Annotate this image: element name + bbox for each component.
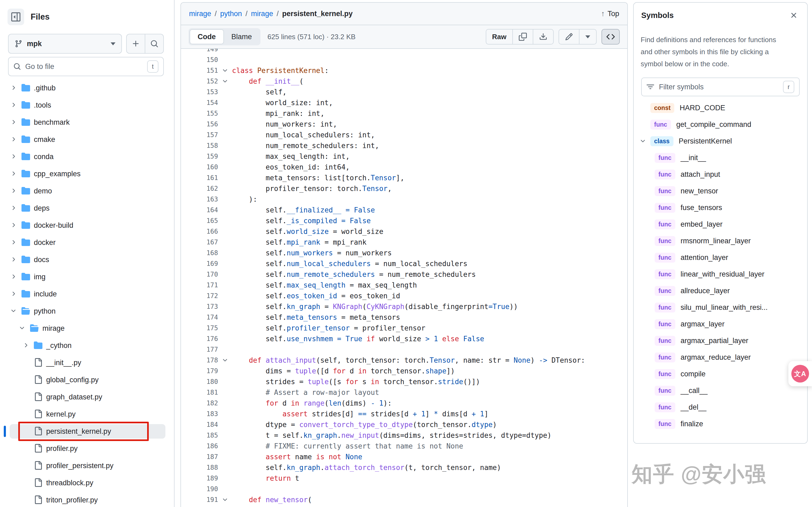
breadcrumb-link[interactable]: mirage <box>251 10 273 18</box>
line-number[interactable]: 187 <box>181 453 218 461</box>
tree-item-graph_dataset.py[interactable]: graph_dataset.py <box>0 388 174 406</box>
tree-item-python[interactable]: python <box>0 302 174 320</box>
fold-toggle[interactable] <box>218 357 232 363</box>
breadcrumb-link[interactable]: python <box>220 10 242 18</box>
translate-icon[interactable]: 文A <box>791 365 809 383</box>
symbol-item-attention_layer[interactable]: funcattention_layer <box>634 249 807 266</box>
line-number[interactable]: 177 <box>181 346 218 353</box>
breadcrumb-link[interactable]: mirage <box>189 10 211 18</box>
symbol-item-linear_with_residual_layer[interactable]: funclinear_with_residual_layer <box>634 266 807 282</box>
symbol-item-argmax_reduce_layer[interactable]: funcargmax_reduce_layer <box>634 349 807 365</box>
symbol-item-silu_mul_linear_with_resi...[interactable]: funcsilu_mul_linear_with_resi... <box>634 299 807 316</box>
line-number[interactable]: 154 <box>181 99 218 107</box>
symbol-item-attach_input[interactable]: funcattach_input <box>634 166 807 183</box>
symbol-item-__call__[interactable]: func__call__ <box>634 382 807 399</box>
raw-button[interactable]: Raw <box>486 30 512 44</box>
line-number[interactable]: 155 <box>181 110 218 117</box>
line-number[interactable]: 175 <box>181 324 218 332</box>
symbol-item-argmax_layer[interactable]: funcargmax_layer <box>634 316 807 332</box>
line-number[interactable]: 164 <box>181 206 218 214</box>
symbol-item-argmax_partial_layer[interactable]: funcargmax_partial_layer <box>634 332 807 349</box>
tree-item-persistent_kernel.py[interactable]: persistent_kernel.py <box>0 423 174 440</box>
fold-toggle[interactable] <box>218 78 232 84</box>
symbol-item-compile[interactable]: funccompile <box>634 365 807 382</box>
tree-item-deps[interactable]: deps <box>0 200 174 217</box>
tree-item-docker[interactable]: docker <box>0 234 174 251</box>
line-number[interactable]: 152 <box>181 77 218 85</box>
tree-item-kernel.py[interactable]: kernel.py <box>0 406 174 423</box>
tree-item-demo[interactable]: demo <box>0 182 174 200</box>
line-number[interactable]: 189 <box>181 474 218 482</box>
line-number[interactable]: 173 <box>181 303 218 311</box>
line-number[interactable]: 183 <box>181 410 218 418</box>
line-number[interactable]: 180 <box>181 378 218 386</box>
edit-button[interactable] <box>559 30 579 44</box>
tree-item-_cython[interactable]: _cython <box>0 337 174 354</box>
close-symbols-button[interactable] <box>788 11 800 20</box>
tree-item-threadblock.py[interactable]: threadblock.py <box>0 474 174 492</box>
tree-item-triton_profiler.py[interactable]: triton_profiler.py <box>0 492 174 507</box>
tree-item-cmake[interactable]: cmake <box>0 131 174 148</box>
tree-item-global_config.py[interactable]: global_config.py <box>0 371 174 388</box>
symbol-item-fuse_tensors[interactable]: funcfuse_tensors <box>634 199 807 216</box>
symbol-item-__init__[interactable]: func__init__ <box>634 150 807 166</box>
tree-item-.github[interactable]: .github <box>0 79 174 97</box>
fold-toggle[interactable] <box>218 497 232 503</box>
line-number[interactable]: 172 <box>181 292 218 300</box>
line-number[interactable]: 186 <box>181 442 218 450</box>
tree-item-docs[interactable]: docs <box>0 251 174 268</box>
back-to-top-link[interactable]: ↑ Top <box>601 9 619 18</box>
line-number[interactable]: 159 <box>181 153 218 160</box>
symbol-item-PersistentKernel[interactable]: classPersistentKernel <box>634 133 807 150</box>
tab-blame[interactable]: Blame <box>224 29 260 44</box>
symbol-item-finalize[interactable]: funcfinalize <box>634 415 807 432</box>
tree-item-cpp_examples[interactable]: cpp_examples <box>0 165 174 182</box>
fold-toggle[interactable] <box>218 67 232 74</box>
symbol-item-__del__[interactable]: func__del__ <box>634 399 807 415</box>
edit-dropdown-button[interactable] <box>579 30 596 44</box>
line-number[interactable]: 191 <box>181 496 218 504</box>
line-number[interactable]: 162 <box>181 185 218 192</box>
line-number[interactable]: 171 <box>181 281 218 289</box>
line-number[interactable]: 153 <box>181 88 218 96</box>
line-number[interactable]: 166 <box>181 228 218 235</box>
symbol-item-embed_layer[interactable]: funcembed_layer <box>634 216 807 233</box>
line-number[interactable]: 160 <box>181 163 218 171</box>
line-number[interactable]: 157 <box>181 131 218 139</box>
symbol-item-get_compile_command[interactable]: funcget_compile_command <box>634 116 807 133</box>
line-number[interactable]: 165 <box>181 217 218 225</box>
filter-symbols-input[interactable]: Filter symbols r <box>641 77 800 96</box>
tree-item-profiler_persistent.py[interactable]: profiler_persistent.py <box>0 457 174 474</box>
line-number[interactable]: 151 <box>181 67 218 74</box>
line-number[interactable]: 179 <box>181 367 218 375</box>
tree-item-conda[interactable]: conda <box>0 148 174 165</box>
line-number[interactable]: 169 <box>181 260 218 268</box>
line-number[interactable]: 190 <box>181 485 218 493</box>
line-number[interactable]: 188 <box>181 464 218 471</box>
symbol-item-allreduce_layer[interactable]: funcallreduce_layer <box>634 282 807 299</box>
symbol-item-new_tensor[interactable]: funcnew_tensor <box>634 183 807 199</box>
symbol-item-HARD_CODE[interactable]: constHARD_CODE <box>634 100 807 116</box>
tab-code[interactable]: Code <box>190 29 224 44</box>
symbols-toggle-button[interactable] <box>602 29 620 45</box>
tree-item-docker-build[interactable]: docker-build <box>0 217 174 234</box>
line-number[interactable]: 161 <box>181 174 218 182</box>
line-number[interactable]: 174 <box>181 314 218 321</box>
line-number[interactable]: 176 <box>181 335 218 343</box>
line-number[interactable]: 167 <box>181 238 218 246</box>
tree-item-include[interactable]: include <box>0 285 174 302</box>
copy-button[interactable] <box>512 30 533 44</box>
line-number[interactable]: 184 <box>181 421 218 429</box>
tree-item-img[interactable]: img <box>0 268 174 285</box>
tree-item-__init__.py[interactable]: __init__.py <box>0 354 174 371</box>
line-number[interactable]: 181 <box>181 389 218 396</box>
download-button[interactable] <box>533 30 553 44</box>
line-number[interactable]: 158 <box>181 142 218 150</box>
line-number[interactable]: 163 <box>181 195 218 203</box>
tree-item-.tools[interactable]: .tools <box>0 97 174 114</box>
tree-item-profiler.py[interactable]: profiler.py <box>0 440 174 457</box>
line-number[interactable]: 182 <box>181 399 218 407</box>
line-number[interactable]: 185 <box>181 432 218 439</box>
line-number[interactable]: 178 <box>181 356 218 364</box>
line-number[interactable]: 170 <box>181 271 218 278</box>
